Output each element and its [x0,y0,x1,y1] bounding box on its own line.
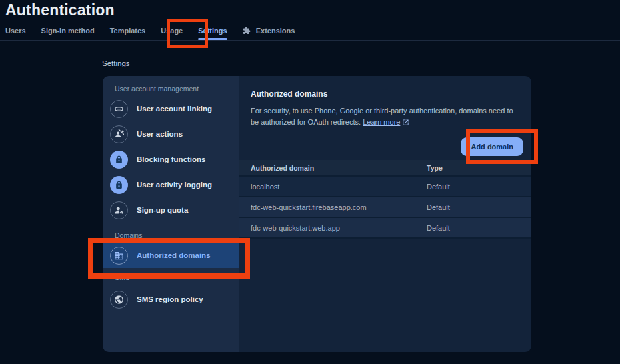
sidebar-item-label: User account linking [137,105,212,113]
sidebar-item-label: User actions [137,130,183,138]
tab-templates-label: Templates [110,27,146,35]
domain-cell: fdc-web-quickstart.firebaseapp.com [251,203,427,211]
sidebar-item-sms-region-policy[interactable]: SMS region policy [103,287,239,312]
sidebar-item-user-actions[interactable]: User actions [103,121,239,147]
annotation-box-add-domain-button [466,129,538,164]
person-gear-icon [110,201,128,219]
domain-cell: localhost [251,183,427,191]
sidebar-item-sign-up-quota[interactable]: Sign-up quota [103,197,239,223]
sidebar-item-label: User activity logging [137,181,212,189]
sidebar-item-user-activity-logging[interactable]: User activity logging [103,172,239,197]
page-title: Authentication [5,1,115,19]
type-cell: Default [427,203,531,211]
learn-more-label: Learn more [363,118,400,126]
tab-extensions[interactable]: Extensions [243,25,295,40]
type-cell: Default [427,183,531,191]
domain-cell: fdc-web-quickstart.web.app [251,224,427,232]
authentication-settings-page: Authentication Users Sign-in method Temp… [0,0,620,364]
open-in-new-icon [402,119,409,126]
annotation-box-settings-tab [167,19,208,48]
settings-panel: User account management User account lin… [103,76,531,352]
table-row: fdc-web-quickstart.firebaseapp.com Defau… [239,197,531,218]
panel-title: Authorized domains [251,89,519,99]
annotation-box-authorized-domains [88,238,250,279]
puzzle-icon [243,27,251,35]
globe-icon [110,291,128,309]
sidebar-item-label: Blocking functions [137,155,206,163]
authorized-domains-table: Authorized domain Type localhost Default… [239,160,531,239]
user-actions-icon [110,125,128,143]
sidebar-item-label: Sign-up quota [137,206,188,214]
sidebar-item-blocking-functions[interactable]: Blocking functions [103,147,239,172]
tab-sign-in-method[interactable]: Sign-in method [41,25,95,40]
tab-bar-divider [0,40,620,41]
tab-sign-in-method-label: Sign-in method [41,27,95,35]
tab-templates[interactable]: Templates [110,25,146,40]
tab-users[interactable]: Users [5,25,26,40]
lock-icon [110,176,128,194]
settings-sidebar: User account management User account lin… [103,76,239,352]
table-row: localhost Default [239,177,531,197]
type-cell: Default [427,224,531,232]
settings-section-label: Settings [102,59,130,67]
link-icon [110,100,128,118]
tab-users-label: Users [5,27,26,35]
panel-description: For security, to use Phone, Google or th… [251,105,519,128]
learn-more-link[interactable]: Learn more [363,118,409,126]
column-header-authorized-domain: Authorized domain [251,164,427,172]
sidebar-item-label: SMS region policy [137,295,203,303]
tab-bar: Users Sign-in method Templates Usage Set… [5,25,295,40]
authorized-domains-panel: Authorized domains For security, to use … [239,76,531,352]
column-header-type: Type [427,164,531,172]
tab-extensions-label: Extensions [256,27,295,35]
section-label-user-management: User account management [103,81,239,96]
sidebar-item-user-account-linking[interactable]: User account linking [103,96,239,121]
table-row: fdc-web-quickstart.web.app Default [239,218,531,239]
lock-icon [110,151,128,169]
